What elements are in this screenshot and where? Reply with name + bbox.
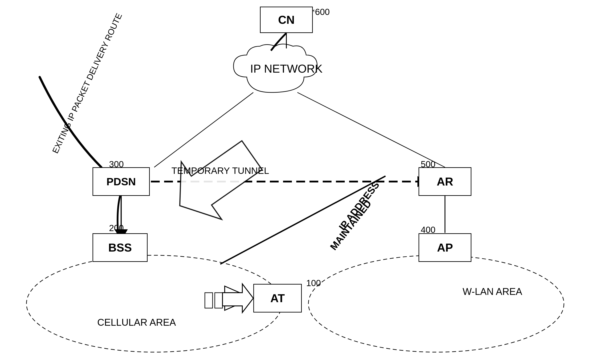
svg-text:IP NETWORK: IP NETWORK: [250, 62, 323, 75]
ar-box: AR: [419, 167, 471, 196]
at-label: AT: [270, 292, 285, 305]
diagram: 600 300 500 200 400 100 TEMPORARY TUNNEL…: [0, 0, 593, 364]
ar-label: AR: [437, 175, 453, 188]
svg-text:EXITING IP PACKET DELIVERY ROU: EXITING IP PACKET DELIVERY ROUTE: [50, 12, 124, 155]
svg-text:TEMPORARY TUNNEL: TEMPORARY TUNNEL: [171, 165, 269, 176]
pdsn-box: PDSN: [93, 167, 150, 196]
svg-line-4: [297, 92, 445, 167]
svg-rect-11: [215, 293, 222, 308]
svg-point-1: [308, 255, 564, 352]
pdsn-label: PDSN: [107, 176, 136, 188]
cn-box: CN: [260, 6, 313, 33]
svg-text:CELLULAR AREA: CELLULAR AREA: [97, 317, 176, 328]
svg-text:200: 200: [109, 223, 124, 233]
svg-text:600: 600: [315, 7, 330, 17]
svg-text:100: 100: [306, 278, 321, 288]
bss-label: BSS: [108, 241, 132, 254]
at-box: AT: [253, 284, 302, 312]
svg-text:MAINTAINED: MAINTAINED: [328, 198, 373, 252]
svg-rect-10: [205, 293, 213, 308]
cn-label: CN: [278, 13, 294, 26]
ap-box: AP: [419, 233, 471, 262]
svg-text:W-LAN AREA: W-LAN AREA: [463, 286, 522, 297]
ap-label: AP: [437, 241, 453, 254]
bss-box: BSS: [93, 233, 148, 262]
